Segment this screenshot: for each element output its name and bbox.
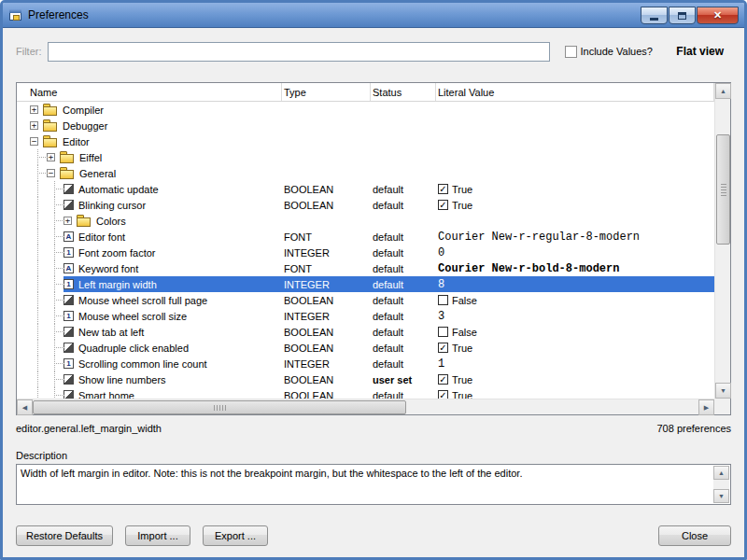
checked-checkbox-icon[interactable]: ✓ [438,343,448,353]
tree-cell-value: ✓True [436,197,714,213]
import-button[interactable]: Import ... [125,525,190,546]
tree-cell-name: −Editor [17,133,282,149]
scroll-left-button[interactable]: ◀ [17,399,33,415]
tree-row[interactable]: 1Scrolling common line countINTEGERdefau… [17,356,714,371]
column-header-type[interactable]: Type [282,83,371,101]
collapse-toggle[interactable]: − [30,133,43,149]
tree-cell-type [282,133,371,149]
tree-row[interactable]: Mouse wheel scroll full pageBOOLEANdefau… [17,292,714,308]
tree-row[interactable]: 1Font zoom factorINTEGERdefault0 [17,245,714,260]
scroll-down-button[interactable]: ▼ [715,383,731,399]
tree-row[interactable]: 1Left margin widthINTEGERdefault8 [17,276,714,292]
description-scroll-up-button[interactable]: ▲ [713,466,729,480]
tree-cell-status: default [371,308,436,324]
tree-row[interactable]: Automatic updateBOOLEANdefault✓True [17,181,714,197]
tree-cell-value: ✓True [436,181,714,197]
tree-indent [30,371,47,387]
integer-pref-icon: 1 [63,358,74,369]
collapse-toggle[interactable]: − [47,165,60,181]
tree-row[interactable]: AEditor fontFONTdefaultCourier New-r-reg… [17,229,714,245]
tree-cell-status: default [371,356,436,371]
tree-indent [47,260,63,276]
expand-box-icon: + [63,217,72,225]
tree-row[interactable]: −General [17,165,714,181]
tree-cell-type: INTEGER [282,308,371,324]
description-box: Width of left margin in editor. Note: th… [16,464,731,505]
column-header-name[interactable]: Name [17,83,282,101]
tree-cell-type: BOOLEAN [282,181,371,197]
tree-row[interactable]: Blinking cursorBOOLEANdefault✓True [17,197,714,213]
folder-body [43,106,57,116]
expand-toggle[interactable]: + [30,118,43,133]
description-scrollbar[interactable]: ▲ ▼ [713,466,729,503]
tree-row-label: Smart home [78,390,134,399]
tree-indent [47,371,63,387]
minimize-button[interactable] [641,7,668,24]
tree-cell-value: 1 [436,356,714,371]
tree-cell-value: ✓True [436,387,714,399]
maximize-button[interactable] [669,7,696,24]
tree-row[interactable]: New tab at leftBOOLEANdefaultFalse [17,324,714,340]
unchecked-checkbox-icon[interactable] [438,327,448,337]
tree-row[interactable]: Smart homeBOOLEANdefault✓True [17,387,714,399]
filter-input[interactable] [48,42,550,62]
tree-cell-type: BOOLEAN [282,340,371,356]
preferences-tree: NameTypeStatusLiteral Value +Compiler+De… [16,82,731,415]
tree-row[interactable]: Quadruple click enabledBOOLEANdefault✓Tr… [17,340,714,356]
tree-row-label: Scrolling common line count [78,358,207,370]
checked-checkbox-icon[interactable]: ✓ [438,200,448,210]
tree-cell-name: +Colors [17,213,282,229]
tree-cell-type: BOOLEAN [282,197,371,213]
tree-cell-status: default [371,245,436,260]
tree-cell-value: ✓True [436,340,714,356]
flat-view-button[interactable]: Flat view [676,45,724,58]
tree-cell-type: INTEGER [282,245,371,260]
column-header-literal-value[interactable]: Literal Value [436,83,714,101]
tree-cell-type [282,118,371,133]
tree-row[interactable]: +Eiffel [17,149,714,165]
expand-box-icon: + [30,121,38,130]
value-label: True [452,374,472,385]
horizontal-scrollbar-thumb[interactable] [33,400,406,414]
tree-row[interactable]: −Editor [17,133,714,149]
scroll-right-button[interactable]: ▶ [698,399,714,415]
tree-row[interactable]: Show line numbersBOOLEANuser set✓True [17,371,714,387]
integer-pref-icon: 1 [63,247,74,258]
close-window-button[interactable]: ✕ [697,7,739,24]
close-icon: ✕ [713,10,722,21]
tree-row[interactable]: +Colors [17,213,714,229]
vertical-scrollbar-thumb[interactable] [716,134,730,245]
restore-defaults-button[interactable]: Restore Defaults [16,525,113,546]
close-button[interactable]: Close [658,525,731,546]
expand-toggle[interactable]: + [47,149,60,165]
folder-icon [43,119,58,132]
expand-toggle[interactable]: + [63,213,77,229]
tree-row-label: Blinking cursor [78,200,146,211]
tree-row[interactable]: AKeyword fontFONTdefaultCourier New-r-bo… [17,260,714,276]
export-button[interactable]: Export ... [203,525,268,546]
selected-preference-path: editor.general.left_margin_width [16,423,162,434]
tree-row[interactable]: 1Mouse wheel scroll sizeINTEGERdefault3 [17,308,714,324]
checked-checkbox-icon[interactable]: ✓ [438,390,448,399]
description-scroll-down-button[interactable]: ▼ [713,489,729,503]
scroll-up-button[interactable]: ▲ [715,83,731,99]
tree-row-label: Font zoom factor [78,247,156,259]
include-values-checkbox[interactable] [565,46,577,58]
tree-row[interactable]: +Compiler [17,102,714,118]
boolean-pref-icon [63,390,74,399]
tree-indent [47,387,63,399]
checked-checkbox-icon[interactable]: ✓ [438,184,448,194]
column-header-status[interactable]: Status [371,83,436,101]
tree-vertical-scrollbar[interactable]: ▲ ▼ [714,83,730,399]
tree-row[interactable]: +Debugger [17,118,714,133]
integer-pref-icon: 1 [63,279,74,289]
tree-indent [30,340,47,356]
expand-toggle[interactable]: + [30,102,43,118]
tree-cell-status [371,133,436,149]
title-bar[interactable]: Preferences ✕ [3,3,744,28]
tree-cell-status: default [371,340,436,356]
tree-indent [47,276,63,292]
tree-horizontal-scrollbar[interactable]: ◀ ▶ [17,399,714,414]
checked-checkbox-icon[interactable]: ✓ [438,374,448,385]
unchecked-checkbox-icon[interactable] [438,295,448,305]
